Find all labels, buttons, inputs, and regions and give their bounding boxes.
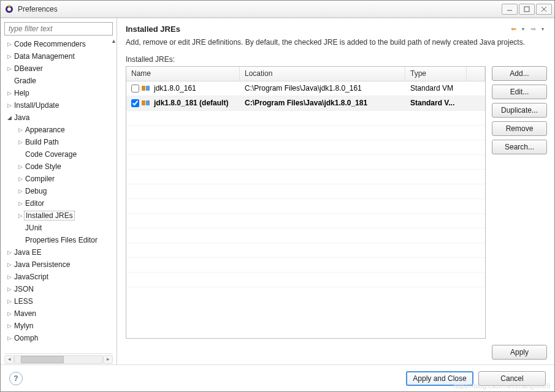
tree-item[interactable]: JUnit <box>4 222 115 234</box>
expand-icon[interactable]: ▷ <box>6 311 13 317</box>
scroll-right-button[interactable]: ▸ <box>103 355 113 364</box>
expand-icon[interactable]: ▷ <box>6 298 13 304</box>
expand-icon[interactable]: ▷ <box>6 66 13 72</box>
tree-item[interactable]: ▷Build Path <box>4 136 115 148</box>
section-label: Installed JREs: <box>126 55 547 64</box>
tree-item-label: Properties Files Editor <box>24 236 98 244</box>
apply-button[interactable]: Apply <box>492 345 547 360</box>
preference-tree[interactable]: ▷Code Recommenders▷Data Management▷DBeav… <box>4 38 117 353</box>
tree-item[interactable]: ▷Code Style <box>4 160 115 173</box>
empty-row <box>126 170 485 184</box>
tree-item-label: Debug <box>24 187 47 195</box>
tree-item-label: Code Style <box>24 162 61 171</box>
tree-item-label: Data Management <box>13 52 75 61</box>
svg-rect-7 <box>142 86 145 91</box>
expand-icon[interactable]: ▷ <box>6 262 13 268</box>
jre-type: Standard VM <box>405 84 467 92</box>
tree-item[interactable]: ▷LESS <box>4 295 115 307</box>
expand-icon[interactable]: ▷ <box>17 176 24 182</box>
scroll-thumb[interactable] <box>21 356 64 363</box>
expand-icon[interactable]: ▷ <box>6 286 13 292</box>
table-header: Name Location Type <box>126 67 485 81</box>
filter-input[interactable] <box>4 22 113 36</box>
tree-item-label: Java EE <box>13 248 42 257</box>
expand-icon[interactable]: ▷ <box>6 41 13 47</box>
jre-checkbox[interactable] <box>131 99 139 107</box>
tree-item[interactable]: ▷Help <box>4 87 115 99</box>
footer: ? Apply and Close Cancel <box>1 364 554 391</box>
tree-item[interactable]: ▷Compiler <box>4 173 115 185</box>
help-icon[interactable]: ? <box>9 372 23 385</box>
tree-item[interactable]: ▷Install/Update <box>4 99 115 111</box>
tree-item-label: Appearance <box>24 126 65 134</box>
duplicate-button[interactable]: Duplicate... <box>492 103 547 118</box>
empty-row <box>126 228 485 243</box>
tree-item-label: Java Persistence <box>13 260 70 269</box>
tree-item[interactable]: ▷Data Management <box>4 50 115 62</box>
expand-icon[interactable]: ▷ <box>17 200 24 206</box>
expand-icon[interactable]: ▷ <box>6 102 13 108</box>
empty-row <box>126 184 485 199</box>
table-row[interactable]: jdk1.8.0_181 (default)C:\Program Files\J… <box>126 96 485 111</box>
tree-item-label: Compiler <box>24 175 55 183</box>
back-dropdown-icon[interactable]: ▾ <box>519 25 527 34</box>
expand-icon[interactable]: ▷ <box>6 323 13 329</box>
tree-item[interactable]: ▷Java Persistence <box>4 258 115 271</box>
empty-row <box>126 126 485 140</box>
col-location[interactable]: Location <box>240 67 405 81</box>
forward-icon[interactable]: ➡ <box>529 25 537 34</box>
jre-location: C:\Program Files\Java\jdk1.8.0_161 <box>240 84 405 92</box>
expand-icon[interactable]: ▷ <box>17 164 24 170</box>
forward-dropdown-icon[interactable]: ▾ <box>538 25 547 34</box>
main-panel: Installed JREs ⬅ ▾ ➡ ▾ Add, remove or ed… <box>117 18 554 364</box>
tree-item[interactable]: ▷Editor <box>4 197 115 209</box>
tree-item[interactable]: ▷Java EE <box>4 246 115 258</box>
tree-item-label: Maven <box>13 309 36 318</box>
table-row[interactable]: jdk1.8.0_161C:\Program Files\Java\jdk1.8… <box>126 81 485 96</box>
tree-item[interactable]: Gradle <box>4 75 115 87</box>
expand-icon[interactable]: ▷ <box>17 188 24 194</box>
expand-icon[interactable]: ▷ <box>17 127 24 133</box>
cancel-button[interactable]: Cancel <box>478 371 546 386</box>
horizontal-scrollbar[interactable]: ◂ ▸ <box>4 353 113 364</box>
tree-item[interactable]: ▷Mylyn <box>4 320 115 332</box>
expand-icon[interactable]: ▷ <box>6 335 13 341</box>
expand-icon[interactable]: ▷ <box>6 53 13 59</box>
tree-item[interactable]: ▷DBeaver <box>4 62 115 75</box>
tree-item[interactable]: ▷Oomph <box>4 332 115 344</box>
scroll-left-button[interactable]: ◂ <box>4 355 14 364</box>
tree-item-label: Install/Update <box>13 101 59 110</box>
tree-item[interactable]: ▷Appearance <box>4 124 115 136</box>
tree-item[interactable]: ▷Installed JREs <box>4 209 115 222</box>
add-button[interactable]: Add... <box>492 66 547 81</box>
minimize-button[interactable] <box>502 4 518 15</box>
expand-icon[interactable]: ▷ <box>6 249 13 255</box>
remove-button[interactable]: Remove <box>492 121 547 136</box>
tree-item[interactable]: ▷JavaScript <box>4 271 115 283</box>
tree-item[interactable]: ▷Code Recommenders <box>4 38 115 50</box>
jre-checkbox[interactable] <box>131 85 139 92</box>
tree-item[interactable]: ▷JSON <box>4 283 115 295</box>
tree-item[interactable]: ▷Maven <box>4 307 115 320</box>
search-button[interactable]: Search... <box>492 140 547 154</box>
expand-icon[interactable]: ▷ <box>17 139 24 145</box>
tree-item[interactable]: ◢Java <box>4 111 115 124</box>
apply-and-close-button[interactable]: Apply and Close <box>406 371 473 386</box>
edit-button[interactable]: Edit... <box>492 85 547 99</box>
collapse-icon[interactable]: ◢ <box>6 115 13 121</box>
expand-icon[interactable]: ▷ <box>6 90 13 96</box>
tree-item[interactable]: ▷Debug <box>4 185 115 197</box>
expand-icon[interactable]: ▷ <box>6 274 13 280</box>
empty-row <box>126 111 485 126</box>
tree-item[interactable]: Properties Files Editor <box>4 234 115 246</box>
col-type[interactable]: Type <box>405 67 467 81</box>
expand-icon[interactable]: ▷ <box>17 213 24 219</box>
maximize-button[interactable] <box>519 4 535 15</box>
tree-item[interactable]: Code Coverage <box>4 148 115 160</box>
svg-rect-10 <box>146 100 150 105</box>
jre-location: C:\Program Files\Java\jdk1.8.0_181 <box>240 99 405 107</box>
empty-row <box>126 214 485 228</box>
col-name[interactable]: Name <box>126 67 240 81</box>
back-icon[interactable]: ⬅ <box>509 25 518 34</box>
close-button[interactable] <box>536 4 552 15</box>
